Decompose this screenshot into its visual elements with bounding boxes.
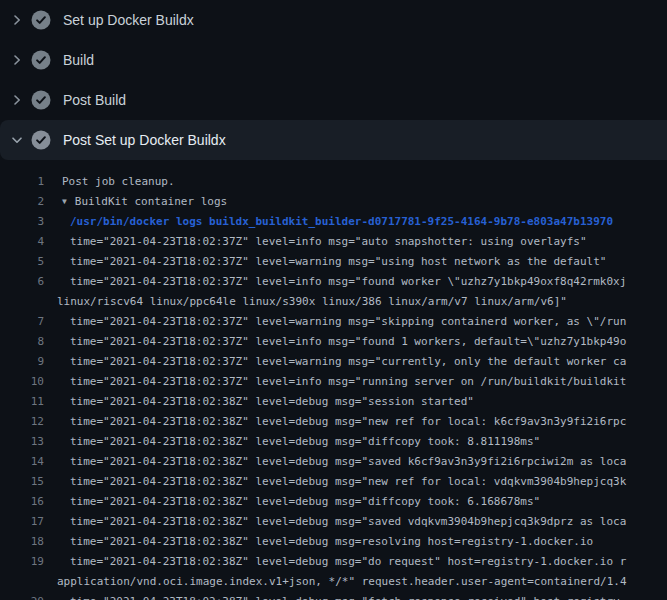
log-line: 5time="2021-04-23T18:02:37Z" level=warni… bbox=[0, 252, 667, 272]
log-line: 11time="2021-04-23T18:02:38Z" level=debu… bbox=[0, 392, 667, 412]
log-line: 13time="2021-04-23T18:02:38Z" level=debu… bbox=[0, 432, 667, 452]
line-number[interactable]: 12 bbox=[0, 412, 44, 432]
line-number[interactable]: 4 bbox=[0, 232, 44, 252]
line-number[interactable]: 9 bbox=[0, 352, 44, 372]
line-number[interactable]: 8 bbox=[0, 332, 44, 352]
chevron-right-icon bbox=[11, 94, 31, 106]
log-line: 3/usr/bin/docker logs buildx_buildkit_bu… bbox=[0, 212, 667, 232]
check-circle-icon bbox=[31, 130, 51, 150]
log-text: time="2021-04-23T18:02:37Z" level=info m… bbox=[57, 272, 667, 292]
check-circle-icon bbox=[31, 90, 51, 110]
line-number[interactable]: 20 bbox=[0, 592, 44, 600]
line-number[interactable]: 17 bbox=[0, 512, 44, 532]
log-line: 6time="2021-04-23T18:02:37Z" level=info … bbox=[0, 272, 667, 312]
check-circle-icon bbox=[31, 10, 51, 30]
step-header-post-set-up-docker-buildx[interactable]: Post Set up Docker Buildx bbox=[0, 120, 667, 160]
group-toggle-icon[interactable]: ▼ bbox=[62, 192, 67, 212]
step-header-set-up-docker-buildx[interactable]: Set up Docker Buildx bbox=[0, 0, 667, 40]
line-number[interactable]: 3 bbox=[0, 212, 44, 232]
log-viewer: 1Post job cleanup.2▼BuildKit container l… bbox=[0, 160, 667, 600]
log-text-continuation: application/vnd.oci.image.index.v1+json,… bbox=[57, 572, 667, 592]
log-text: time="2021-04-23T18:02:38Z" level=debug … bbox=[57, 492, 667, 512]
log-text: Post job cleanup. bbox=[57, 172, 667, 192]
step-list: Set up Docker Buildx Build Post Build Po… bbox=[0, 0, 667, 160]
log-group-header[interactable]: ▼BuildKit container logs bbox=[57, 192, 667, 212]
line-number[interactable]: 7 bbox=[0, 312, 44, 332]
chevron-right-icon bbox=[11, 54, 31, 66]
log-text: time="2021-04-23T18:02:37Z" level=warnin… bbox=[57, 352, 667, 372]
log-line: 17time="2021-04-23T18:02:38Z" level=debu… bbox=[0, 512, 667, 532]
log-text: time="2021-04-23T18:02:38Z" level=debug … bbox=[57, 472, 667, 492]
log-text: time="2021-04-23T18:02:38Z" level=debug … bbox=[57, 432, 667, 452]
step-header-post-build[interactable]: Post Build bbox=[0, 80, 667, 120]
log-text: time="2021-04-23T18:02:38Z" level=debug … bbox=[57, 552, 667, 572]
log-text: time="2021-04-23T18:02:37Z" level=warnin… bbox=[57, 312, 667, 332]
log-line: 14time="2021-04-23T18:02:38Z" level=debu… bbox=[0, 452, 667, 472]
log-line: 8time="2021-04-23T18:02:37Z" level=info … bbox=[0, 332, 667, 352]
log-text: time="2021-04-23T18:02:38Z" level=debug … bbox=[57, 392, 667, 412]
log-text: time="2021-04-23T18:02:37Z" level=info m… bbox=[57, 332, 667, 352]
step-label: Post Set up Docker Buildx bbox=[63, 132, 226, 148]
step-header-build[interactable]: Build bbox=[0, 40, 667, 80]
log-text: time="2021-04-23T18:02:37Z" level=info m… bbox=[57, 232, 667, 252]
log-line: 9time="2021-04-23T18:02:37Z" level=warni… bbox=[0, 352, 667, 372]
line-number[interactable]: 5 bbox=[0, 252, 44, 272]
log-line: 12time="2021-04-23T18:02:38Z" level=debu… bbox=[0, 412, 667, 432]
log-text-continuation: linux/riscv64 linux/ppc64le linux/s390x … bbox=[57, 292, 667, 312]
log-line: 18time="2021-04-23T18:02:38Z" level=debu… bbox=[0, 532, 667, 552]
line-number[interactable]: 1 bbox=[0, 172, 44, 192]
line-number[interactable]: 18 bbox=[0, 532, 44, 552]
line-number[interactable]: 11 bbox=[0, 392, 44, 412]
log-line: 20time="2021-04-23T18:02:38Z" level=debu… bbox=[0, 592, 667, 600]
log-command-text: /usr/bin/docker logs buildx_buildkit_bui… bbox=[57, 212, 667, 232]
log-line: 15time="2021-04-23T18:02:38Z" level=debu… bbox=[0, 472, 667, 492]
line-number[interactable]: 15 bbox=[0, 472, 44, 492]
step-label: Set up Docker Buildx bbox=[63, 12, 194, 28]
line-number[interactable]: 14 bbox=[0, 452, 44, 472]
log-line: 7time="2021-04-23T18:02:37Z" level=warni… bbox=[0, 312, 667, 332]
log-line: 1Post job cleanup. bbox=[0, 172, 667, 192]
chevron-right-icon bbox=[11, 14, 31, 26]
log-text: time="2021-04-23T18:02:37Z" level=warnin… bbox=[57, 252, 667, 272]
line-number[interactable]: 2 bbox=[0, 192, 44, 212]
log-line: 16time="2021-04-23T18:02:38Z" level=debu… bbox=[0, 492, 667, 512]
step-label: Post Build bbox=[63, 92, 126, 108]
log-line: 10time="2021-04-23T18:02:37Z" level=info… bbox=[0, 372, 667, 392]
log-line: 4time="2021-04-23T18:02:37Z" level=info … bbox=[0, 232, 667, 252]
line-number[interactable]: 19 bbox=[0, 552, 44, 592]
line-number[interactable]: 10 bbox=[0, 372, 44, 392]
log-line: 2▼BuildKit container logs bbox=[0, 192, 667, 212]
log-text: time="2021-04-23T18:02:38Z" level=debug … bbox=[57, 592, 667, 600]
chevron-down-icon bbox=[11, 134, 31, 146]
log-text: time="2021-04-23T18:02:38Z" level=debug … bbox=[57, 452, 667, 472]
log-text: time="2021-04-23T18:02:38Z" level=debug … bbox=[57, 412, 667, 432]
step-label: Build bbox=[63, 52, 94, 68]
line-number[interactable]: 6 bbox=[0, 272, 44, 312]
log-line: 19time="2021-04-23T18:02:38Z" level=debu… bbox=[0, 552, 667, 592]
check-circle-icon bbox=[31, 50, 51, 70]
log-text: time="2021-04-23T18:02:38Z" level=debug … bbox=[57, 512, 667, 532]
line-number[interactable]: 16 bbox=[0, 492, 44, 512]
line-number[interactable]: 13 bbox=[0, 432, 44, 452]
log-text: time="2021-04-23T18:02:37Z" level=info m… bbox=[57, 372, 667, 392]
group-label: BuildKit container logs bbox=[75, 195, 227, 208]
log-text: time="2021-04-23T18:02:38Z" level=debug … bbox=[57, 532, 667, 552]
